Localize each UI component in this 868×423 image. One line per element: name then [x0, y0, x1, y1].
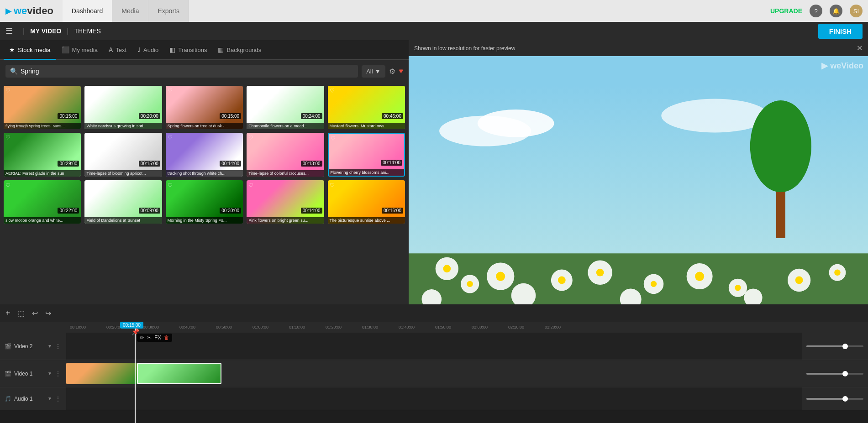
search-input-wrap[interactable]: 🔍 — [5, 65, 358, 78]
thumb-heart-6[interactable]: ♡ — [5, 135, 11, 141]
volume-knob-video1[interactable] — [842, 371, 848, 376]
thumb-title-2: White narcissus growing in spri... — [84, 123, 162, 129]
track-row-video2: 🎬 Video 2 ▼ ⋮ ✏ ✂ FX 🗑 — [0, 333, 868, 360]
video-thumb-5[interactable]: ♡ 00:46:00 Mustard flowers. Mustard mys.… — [328, 86, 405, 129]
thumb-title-6: AERIAL: Forest glade in the sun — [4, 170, 81, 177]
video-thumb-4[interactable]: ♡ 00:24:00 Chamomile flowers on a mead..… — [247, 86, 324, 129]
ruler-mark: 01:20:00 — [326, 325, 362, 329]
video-thumb-1[interactable]: ♡ 00:15:00 flying trough spring trees. s… — [4, 86, 81, 129]
track-label-video1: 🎬 Video 1 ▼ ⋮ — [0, 360, 66, 387]
track-chevron-video1[interactable]: ▼ — [47, 371, 52, 376]
thumb-heart-1[interactable]: ♡ — [5, 88, 11, 94]
volume-slider-audio1[interactable] — [806, 398, 863, 400]
thumb-duration-1: 00:15:00 — [58, 113, 79, 119]
thumb-title-3: Spring flowers on tree at dusk -... — [166, 123, 243, 129]
track-chevron-video2[interactable]: ▼ — [47, 344, 52, 349]
thumb-heart-7[interactable]: ♡ — [86, 135, 91, 141]
tab-transitions[interactable]: ◧ Transitions — [164, 41, 212, 60]
menu-icon[interactable]: ☰ — [5, 26, 13, 36]
track-volume-audio1 — [802, 387, 868, 410]
redo-button[interactable]: ↪ — [43, 307, 53, 319]
thumb-heart-11[interactable]: ♡ — [5, 182, 11, 188]
tab-backgrounds[interactable]: ▦ Backgrounds — [212, 41, 267, 60]
track-chevron-audio1[interactable]: ▼ — [47, 396, 52, 401]
edit-clip-icon[interactable]: ✏ — [140, 334, 144, 341]
thumb-heart-10[interactable]: ♡ — [331, 136, 336, 142]
notifications-icon[interactable]: 🔔 — [830, 5, 842, 17]
thumb-heart-8[interactable]: ♡ — [168, 135, 173, 141]
thumb-duration-14: 00:14:00 — [301, 208, 322, 214]
thumb-title-1: flying trough spring trees. suns... — [4, 123, 81, 129]
video-thumb-14[interactable]: ♡ 00:14:00 Pink flowers on bright green … — [247, 180, 324, 224]
thumb-title-11: slow motion orange and white... — [4, 217, 81, 224]
filter-dropdown[interactable]: All ▼ — [362, 65, 385, 78]
user-avatar[interactable]: SI — [850, 5, 863, 17]
cut-clip-icon[interactable]: ✂ — [147, 334, 152, 341]
thumb-heart-12[interactable]: ♡ — [86, 182, 91, 188]
themes-label[interactable]: THEMES — [74, 27, 101, 35]
thumb-heart-4[interactable]: ♡ — [248, 88, 253, 94]
nav-tab-exports[interactable]: Exports — [148, 0, 189, 22]
clip-block-1[interactable] — [66, 363, 137, 384]
volume-slider-video2[interactable] — [806, 345, 863, 347]
fx-clip-button[interactable]: FX — [154, 334, 161, 341]
thumb-duration-8: 00:14:00 — [220, 161, 241, 167]
thumb-heart-14[interactable]: ♡ — [248, 182, 253, 188]
thumb-heart-9[interactable]: ♡ — [248, 135, 253, 141]
thumb-heart-13[interactable]: ♡ — [168, 182, 173, 188]
clip-block-2-selected[interactable] — [137, 363, 221, 384]
add-track-button[interactable]: + — [4, 307, 12, 320]
nav-tab-media[interactable]: Media — [112, 0, 148, 22]
top-nav: ▶ wevideo Dashboard Media Exports UPGRAD… — [0, 0, 868, 22]
track-options-audio1[interactable]: ⋮ — [55, 395, 61, 402]
video-thumb-13[interactable]: ♡ 00:30:00 Morning in the Misty Spring F… — [166, 180, 243, 224]
video-thumb-6[interactable]: ♡ 00:29:00 AERIAL: Forest glade in the s… — [4, 133, 81, 176]
preview-close-button[interactable]: ✕ — [857, 44, 863, 52]
thumb-heart-2[interactable]: ♡ — [86, 88, 91, 94]
thumb-heart-15[interactable]: ♡ — [330, 182, 335, 188]
video-thumb-2[interactable]: ♡ 00:20:00 White narcissus growing in sp… — [84, 86, 162, 129]
tab-stock-media[interactable]: ★ Stock media — [4, 41, 56, 60]
video-thumb-8[interactable]: ♡ 00:14:00 tracking shot through white c… — [166, 133, 243, 176]
upgrade-button[interactable]: UPGRADE — [770, 7, 802, 15]
filter-settings-icon[interactable]: ⚙ — [389, 67, 395, 76]
thumb-duration-10: 00:14:00 — [381, 160, 402, 166]
my-media-icon: ⬛ — [62, 46, 69, 53]
ruler-mark: 00:40:00 — [179, 325, 216, 329]
video-thumb-10[interactable]: ♡ 00:14:00 Flowering cherry blossoms ani… — [328, 133, 405, 176]
track-options-video1[interactable]: ⋮ — [55, 370, 61, 377]
nav-tab-dashboard[interactable]: Dashboard — [63, 0, 113, 22]
search-input[interactable] — [21, 68, 353, 75]
tab-my-media[interactable]: ⬛ My media — [56, 41, 103, 60]
transitions-icon: ◧ — [169, 46, 175, 53]
tab-text[interactable]: A Text — [103, 41, 132, 60]
thumb-heart-5[interactable]: ♡ — [330, 88, 335, 94]
volume-knob-video2[interactable] — [842, 344, 848, 349]
thumb-heart-3[interactable]: ♡ — [168, 88, 173, 94]
tab-audio[interactable]: ♩ Audio — [132, 41, 164, 60]
backgrounds-icon: ▦ — [218, 46, 224, 53]
volume-knob-audio1[interactable] — [842, 396, 848, 402]
thumb-title-4: Chamomile flowers on a mead... — [247, 123, 324, 129]
ruler-mark: 00:20:00 — [106, 325, 143, 329]
delete-clip-icon[interactable]: 🗑 — [164, 334, 169, 341]
timeline-area: + ⬚ ↩ ↪ 00:10:0000:20:0000:30:0000:40:00… — [0, 304, 868, 423]
track-options-video2[interactable]: ⋮ — [55, 343, 61, 350]
finish-button[interactable]: FINISH — [818, 24, 863, 39]
volume-slider-video1[interactable] — [806, 373, 863, 375]
video-thumb-3[interactable]: ♡ 00:15:00 Spring flowers on tree at dus… — [166, 86, 243, 129]
video-thumb-7[interactable]: ♡ 00:15:00 Time-lapse of blooming aprico… — [84, 133, 162, 176]
svg-point-24 — [558, 277, 566, 284]
undo-button[interactable]: ↩ — [30, 307, 40, 319]
video-thumb-15[interactable]: ♡ 00:16:00 The picturesque sunrise above… — [328, 180, 405, 224]
video-thumb-12[interactable]: ♡ 00:09:00 Field of Dandelions at Sunset — [84, 180, 162, 224]
my-video-label[interactable]: MY VIDEO — [30, 27, 61, 35]
favorites-icon[interactable]: ♥ — [399, 67, 404, 75]
logo[interactable]: ▶ wevideo — [5, 5, 53, 17]
track-content-video1[interactable] — [66, 360, 802, 387]
thumb-title-12: Field of Dandelions at Sunset — [84, 217, 162, 224]
video-thumb-11[interactable]: ♡ 00:22:00 slow motion orange and white.… — [4, 180, 81, 224]
help-icon[interactable]: ? — [810, 5, 822, 17]
video-thumb-9[interactable]: ♡ 00:13:00 Time-lapse of colorful crocus… — [247, 133, 324, 176]
svg-point-5 — [750, 100, 811, 192]
